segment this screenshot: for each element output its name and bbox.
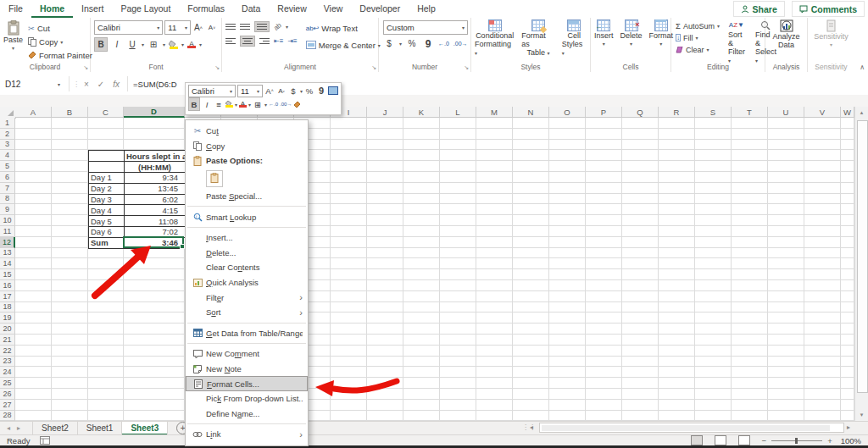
share-button[interactable]: Share <box>733 1 785 17</box>
column-header-Q[interactable]: Q <box>622 107 659 118</box>
fill-color-button[interactable] <box>169 41 178 49</box>
row-header-6[interactable]: 6 <box>0 172 15 183</box>
orientation-button[interactable]: ab <box>272 21 283 32</box>
italic-button[interactable]: I <box>111 38 123 51</box>
column-header-C[interactable]: C <box>88 107 124 118</box>
day-value-cell-2[interactable]: 13:45 <box>125 184 186 195</box>
mini-decrease-decimal-button[interactable]: .00→ <box>280 102 292 107</box>
collapse-ribbon-chevron[interactable]: ∧ <box>860 64 865 71</box>
comma-style-button[interactable]: 9 <box>422 37 434 50</box>
row-header-21[interactable]: 21 <box>0 335 15 346</box>
column-header-U[interactable]: U <box>768 107 804 118</box>
menu-item-format-cells[interactable]: Format Cells... <box>186 376 308 391</box>
pane-splitter[interactable]: ⋮⋮ <box>522 423 536 431</box>
menu-item-paste-options[interactable]: Paste Options: <box>186 153 308 169</box>
increase-indent-button[interactable]: ⇥≡ <box>287 37 297 45</box>
row-header-19[interactable]: 19 <box>0 312 15 324</box>
menu-item-smart-lookup[interactable]: iSmart Lookup <box>186 209 308 224</box>
cut-button[interactable]: ✂Cut <box>26 21 52 35</box>
align-middle-button[interactable] <box>240 24 250 30</box>
mini-italic-button[interactable]: I <box>202 98 212 110</box>
selected-cell-D12[interactable] <box>123 236 184 248</box>
menu-item-sort[interactable]: Sort› <box>186 305 308 320</box>
page-layout-view-button[interactable] <box>715 435 726 445</box>
zoom-slider-thumb[interactable] <box>795 438 798 444</box>
column-header-L[interactable]: L <box>440 107 476 118</box>
normal-view-button[interactable] <box>691 435 703 445</box>
column-header-J[interactable]: J <box>367 107 403 118</box>
format-painter-button[interactable]: Format Painter <box>26 48 94 62</box>
align-bottom-button[interactable] <box>254 21 270 32</box>
row-header-3[interactable]: 3 <box>0 140 15 151</box>
increase-decimal-button[interactable]: ←.0 <box>438 41 449 47</box>
name-box-caret[interactable]: ▾ <box>58 81 60 87</box>
bold-button[interactable]: B <box>94 37 108 52</box>
tab-file[interactable]: File <box>0 0 31 18</box>
align-right-button[interactable] <box>259 38 270 44</box>
mini-align-button[interactable]: ≡ <box>214 98 224 110</box>
grow-font-button[interactable]: A˄ <box>192 21 204 34</box>
menu-item-pick-from-drop-down-list[interactable]: Pick From Drop-down List... <box>186 391 308 407</box>
row-header-11[interactable]: 11 <box>0 226 15 237</box>
clear-button[interactable]: Clear▾ <box>674 44 711 55</box>
horizontal-scrollbar[interactable] <box>539 423 844 433</box>
row-header-16[interactable]: 16 <box>0 280 15 291</box>
cell-C4[interactable] <box>89 151 125 162</box>
mini-font-family-select[interactable]: Calibri▾ <box>188 85 236 97</box>
shrink-font-button[interactable]: A˅ <box>206 21 218 34</box>
tab-home[interactable]: Home <box>31 0 73 18</box>
formula-input[interactable]: =SUM(D6:D <box>133 80 176 89</box>
row-header-18[interactable]: 18 <box>0 302 15 313</box>
percent-style-button[interactable]: % <box>406 37 418 50</box>
row-header-7[interactable]: 7 <box>0 183 15 194</box>
font-dialog-launcher[interactable]: ↘ <box>214 64 220 71</box>
column-header-S[interactable]: S <box>695 107 732 118</box>
horizontal-scroll-thumb[interactable] <box>542 425 830 431</box>
row-header-2[interactable]: 2 <box>0 129 15 140</box>
row-header-17[interactable]: 17 <box>0 291 15 302</box>
column-header-D[interactable]: D <box>124 107 185 118</box>
hscroll-left-arrow[interactable]: ◂ <box>530 423 533 431</box>
fill-button[interactable]: ↓Fill▾ <box>674 32 700 43</box>
underline-button[interactable]: U <box>126 38 138 51</box>
day-label-cell-5[interactable]: Day 5 <box>89 216 125 227</box>
number-format-select[interactable]: Custom▾ <box>383 20 468 35</box>
menu-item-quick-analysis[interactable]: Quick Analysis <box>186 275 308 290</box>
copy-button[interactable]: Copy▾ <box>26 35 64 48</box>
cell-C5[interactable] <box>89 162 125 173</box>
hscroll-right-arrow[interactable]: ▸ <box>847 423 850 431</box>
day-label-cell-6[interactable]: Day 6 <box>89 227 125 238</box>
tab-developer[interactable]: Developer <box>351 0 409 18</box>
accounting-format-button[interactable]: $ <box>383 37 395 50</box>
sheet-tab-sheet2[interactable]: Sheet2 <box>33 422 78 435</box>
table-title-cell[interactable]: Hours slept in a d <box>125 151 186 162</box>
row-header-9[interactable]: 9 <box>0 204 15 215</box>
scroll-down-arrow[interactable]: ▾ <box>855 409 868 421</box>
font-family-select[interactable]: Calibri▾ <box>94 20 163 35</box>
row-header-25[interactable]: 25 <box>0 378 15 389</box>
day-value-cell-5[interactable]: 11:08 <box>125 216 186 227</box>
font-color-button[interactable]: A <box>187 41 196 48</box>
align-top-button[interactable] <box>225 24 236 30</box>
mini-grow-font-button[interactable]: A˄ <box>264 85 275 97</box>
column-header-W[interactable]: W <box>841 107 854 118</box>
sheet-nav-right[interactable]: ▸ <box>14 424 32 432</box>
day-label-cell-2[interactable]: Day 2 <box>89 184 125 195</box>
row-header-22[interactable]: 22 <box>0 346 15 357</box>
mini-format-painter-icon[interactable] <box>293 101 301 108</box>
sheet-tab-sheet1[interactable]: Sheet1 <box>78 422 123 435</box>
menu-item-insert[interactable]: Insert... <box>186 230 308 246</box>
align-center-button[interactable] <box>240 36 255 47</box>
tab-data[interactable]: Data <box>233 0 269 18</box>
analyze-data-button[interactable]: Analyze Data <box>769 19 803 49</box>
column-header-V[interactable]: V <box>804 107 841 118</box>
day-value-cell-3[interactable]: 6:02 <box>125 195 186 206</box>
menu-item-new-note[interactable]: New Note <box>186 362 308 377</box>
menu-item-define-name[interactable]: Define Name... <box>186 407 308 422</box>
mini-percent-button[interactable]: % <box>304 85 314 97</box>
day-label-cell-3[interactable]: Day 3 <box>89 195 125 206</box>
cancel-button[interactable]: × <box>84 80 89 89</box>
row-header-14[interactable]: 14 <box>0 258 15 269</box>
mini-bold-button[interactable]: B <box>188 97 200 111</box>
mini-accounting-button[interactable]: $ <box>288 85 298 97</box>
